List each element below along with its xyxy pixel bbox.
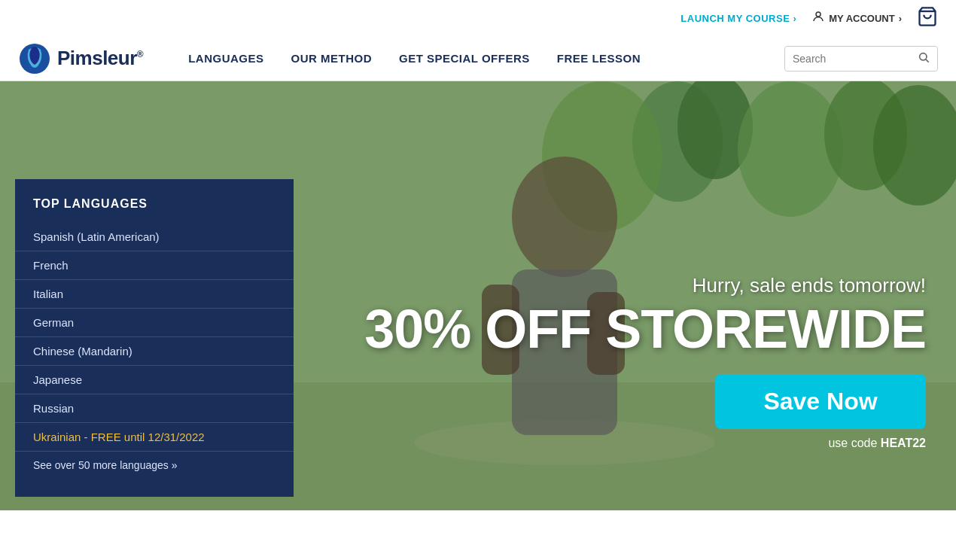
lang-item-spanish[interactable]: Spanish (Latin American) — [15, 223, 294, 251]
nav-free-lesson[interactable]: FREE LESSON — [557, 52, 641, 65]
use-code-prefix: use code — [828, 437, 880, 449]
languages-panel: TOP LANGUAGES Spanish (Latin American) F… — [15, 179, 294, 497]
lang-item-french[interactable]: French — [15, 251, 294, 280]
hurry-text: Hurry, sale ends tomorrow! — [364, 274, 926, 297]
lang-item-chinese[interactable]: Chinese (Mandarin) — [15, 337, 294, 366]
search-input[interactable] — [793, 53, 913, 65]
launch-my-course-link[interactable]: LAUNCH MY COURSE — [680, 13, 796, 24]
nav-our-method[interactable]: OUR METHOD — [291, 52, 373, 65]
languages-list: Spanish (Latin American) French Italian … — [15, 223, 294, 479]
search-box — [784, 46, 938, 72]
logo-text-area: Pimsleur® — [57, 47, 143, 70]
nav-get-special-offers[interactable]: GET SPECIAL OFFERS — [399, 52, 530, 65]
nav-languages[interactable]: LANGUAGES — [188, 52, 263, 65]
promo-code: HEAT22 — [881, 437, 926, 449]
discount-text: 30% OFF STOREWIDE — [364, 302, 926, 356]
person-icon — [811, 10, 825, 26]
use-code-text: use code HEAT22 — [364, 437, 926, 450]
languages-panel-title: TOP LANGUAGES — [15, 197, 294, 223]
promo-area: Hurry, sale ends tomorrow! 30% OFF STORE… — [364, 274, 926, 450]
my-account-link[interactable]: MY ACCOUNT — [811, 10, 902, 26]
lang-item-ukrainian[interactable]: Ukrainian - FREE until 12/31/2022 — [15, 423, 294, 452]
lang-item-german[interactable]: German — [15, 309, 294, 337]
svg-point-3 — [920, 53, 927, 59]
account-label: MY ACCOUNT — [829, 13, 894, 24]
lang-item-italian[interactable]: Italian — [15, 280, 294, 309]
header-top-bar: LAUNCH MY COURSE MY ACCOUNT — [0, 0, 956, 36]
svg-point-14 — [512, 157, 617, 277]
svg-line-4 — [926, 59, 929, 62]
logo[interactable]: Pimsleur® — [18, 42, 143, 75]
main-nav: LANGUAGES OUR METHOD GET SPECIAL OFFERS … — [188, 52, 784, 65]
lang-item-see-more[interactable]: See over 50 more languages » — [15, 452, 294, 479]
hero-section: TOP LANGUAGES Spanish (Latin American) F… — [0, 81, 956, 510]
lang-item-russian[interactable]: Russian — [15, 394, 294, 423]
cart-button[interactable] — [917, 6, 938, 30]
header-nav: Pimsleur® LANGUAGES OUR METHOD GET SPECI… — [0, 36, 956, 81]
svg-point-0 — [816, 12, 821, 17]
logo-brand-name: Pimsleur® — [57, 47, 143, 69]
search-button[interactable] — [918, 51, 930, 66]
lang-item-japanese[interactable]: Japanese — [15, 366, 294, 394]
save-now-button[interactable]: Save Now — [715, 374, 926, 429]
